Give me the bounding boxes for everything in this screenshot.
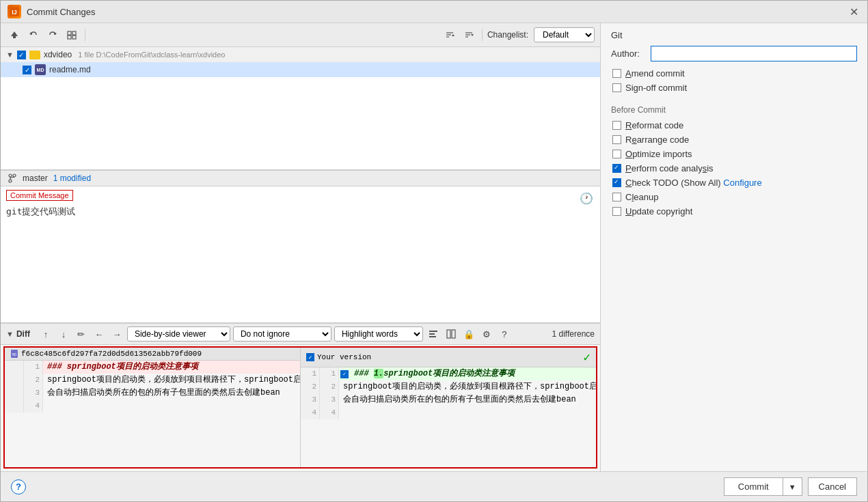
author-row: Author: — [611, 46, 857, 61]
file-label-0: readme.md — [49, 65, 91, 74]
main-content: Changelist: Default ▼ ✓ xdvideo 1 file D… — [1, 23, 867, 471]
top-toolbar: Changelist: Default — [1, 23, 600, 47]
right-panel: Git Author: Amend commit Sign-off commit… — [601, 23, 867, 471]
highlight-dropdown[interactable]: Highlight words Highlight lines Do not h… — [334, 326, 423, 341]
changelist-label: Changelist: — [487, 30, 528, 40]
root-label: xdvideo — [44, 50, 72, 59]
svg-rect-3 — [13, 36, 16, 38]
commit-button-group: Commit ▼ — [724, 477, 802, 496]
collapse-icon[interactable]: ▼ — [6, 51, 14, 59]
diff-left-body[interactable]: 1 ### springboot项目的启动类注意事项 2 springboot项… — [5, 361, 300, 467]
diff-panel-wrapper: MD f6c8c485c6fd297fa72d0d5d613562abb79fd… — [3, 346, 597, 469]
svg-rect-24 — [429, 336, 436, 337]
diff-align-btn[interactable] — [426, 326, 441, 341]
file-checkbox-0[interactable]: ✓ — [23, 66, 31, 74]
perform-label: Perform code analysis — [625, 163, 714, 173]
amend-checkbox[interactable] — [612, 69, 621, 78]
sort-button[interactable] — [442, 27, 458, 43]
right-pane-checkbox[interactable]: ✓ — [306, 353, 314, 361]
reformat-label: Reformat code — [625, 120, 683, 130]
folder-icon — [29, 51, 40, 59]
move-up-button[interactable] — [6, 27, 23, 43]
diff-right-pane: ✓ Your version ✓ 1 1 — [300, 348, 596, 467]
clock-icon: 🕐 — [580, 192, 593, 205]
diff-right-line-2: 2 2 springboot项目的启动类，必须放到项目根路径下，springbo… — [301, 380, 596, 393]
checktodo-label: Check TODO (Show All) Configure — [625, 178, 762, 188]
git-section-title: Git — [611, 30, 857, 40]
toolbar-sep-1 — [85, 29, 85, 41]
file-icon-small: MD — [10, 350, 18, 358]
optimize-checkbox[interactable] — [612, 150, 621, 158]
undo-button[interactable] — [25, 27, 42, 43]
copyright-checkbox[interactable] — [612, 207, 621, 216]
root-checkbox[interactable]: ✓ — [17, 51, 26, 59]
configure-link[interactable]: Configure — [723, 178, 761, 188]
diff-help-btn[interactable]: ? — [497, 326, 512, 341]
diff-right-version: Your version — [317, 353, 371, 361]
diff-back-btn[interactable]: ← — [92, 326, 107, 341]
diff-down-btn[interactable]: ↓ — [56, 326, 71, 341]
signoff-label: Sign-off commit — [625, 83, 687, 93]
checktodo-checkbox[interactable] — [612, 178, 621, 187]
diff-left-line-3: 3 会自动扫描启动类所在的包的所有子包里面的类然后去创建bean — [5, 387, 300, 400]
branch-icon — [8, 173, 17, 183]
bottom-bar: ? Commit ▼ Cancel — [1, 471, 867, 501]
redo-button[interactable] — [44, 27, 61, 43]
window-title: Commit Changes — [27, 7, 95, 17]
diff-right-body[interactable]: 1 1 ✓ ### 1.springboot项目的启动类注意事项 2 2 — [301, 367, 596, 467]
diff-settings-btn[interactable]: ⚙ — [479, 326, 494, 341]
perform-checkbox[interactable] — [612, 164, 621, 173]
modified-count: 1 modified — [53, 173, 91, 183]
ignore-dropdown[interactable]: Do not ignore Ignore whitespace — [233, 326, 331, 341]
cancel-button[interactable]: Cancel — [808, 477, 857, 496]
close-button[interactable]: ✕ — [847, 5, 860, 18]
right-check-icon: ✓ — [583, 350, 591, 365]
svg-rect-7 — [72, 31, 76, 35]
diff-collapse-icon[interactable]: ▼ — [6, 330, 14, 338]
copyright-row: Update copyright — [611, 206, 857, 217]
diff-cols-btn[interactable] — [444, 326, 459, 341]
commit-message-textarea[interactable]: git提交代码测试 — [1, 186, 600, 322]
author-input[interactable] — [651, 46, 857, 61]
group-button[interactable] — [64, 27, 80, 43]
diff-left-header: MD f6c8c485c6fd297fa72d0d5d613562abb79fd… — [5, 348, 300, 361]
diff-fwd-btn[interactable]: → — [109, 326, 124, 341]
svg-rect-9 — [72, 36, 76, 39]
diff-right-line-1: 1 1 ✓ ### 1.springboot项目的启动类注意事项 — [301, 367, 596, 380]
reformat-checkbox[interactable] — [612, 121, 621, 130]
rearrange-checkbox[interactable] — [612, 135, 621, 144]
diff-count: 1 difference — [552, 329, 595, 339]
diff-up-btn[interactable]: ↑ — [38, 326, 53, 341]
line-checkbox[interactable]: ✓ — [340, 370, 349, 378]
root-meta: 1 file D:\CodeFromGit\xdclass-learn\xdvi… — [78, 51, 225, 59]
svg-marker-13 — [452, 34, 455, 36]
signoff-checkbox[interactable] — [612, 83, 621, 92]
diff-edit-btn[interactable]: ✏ — [74, 326, 89, 341]
diff-left-line-1: 1 ### springboot项目的启动类注意事项 — [5, 361, 300, 374]
file-item-0[interactable]: ✓ MD readme.md — [1, 62, 600, 77]
checktodo-row: Check TODO (Show All) Configure — [611, 178, 857, 188]
help-button[interactable]: ? — [11, 479, 26, 494]
author-label: Author: — [611, 48, 645, 59]
signoff-row: Sign-off commit — [611, 83, 857, 93]
svg-text:MD: MD — [12, 353, 16, 357]
diff-right-line-3: 3 3 会自动扫描启动类所在的包的所有子包里面的类然后去创建bean — [301, 393, 596, 406]
cleanup-checkbox[interactable] — [612, 193, 621, 201]
tree-root-item[interactable]: ▼ ✓ xdvideo 1 file D:\CodeFromGit\xdclas… — [1, 47, 600, 62]
optimize-row: Optimize imports — [611, 149, 857, 159]
svg-rect-8 — [68, 36, 71, 39]
sort2-button[interactable] — [461, 27, 477, 43]
changelist-dropdown[interactable]: Default — [534, 27, 595, 42]
svg-point-18 — [9, 174, 12, 177]
commit-button[interactable]: Commit — [724, 477, 783, 496]
amend-commit-row: Amend commit — [611, 68, 857, 79]
diff-lock-btn[interactable]: 🔒 — [461, 326, 476, 341]
svg-marker-17 — [471, 34, 474, 36]
commit-dropdown-arrow[interactable]: ▼ — [783, 477, 802, 496]
viewer-dropdown[interactable]: Side-by-side viewer Unified viewer — [127, 326, 230, 341]
status-bar: master 1 modified — [1, 170, 600, 186]
md-icon: MD — [35, 64, 46, 75]
svg-point-20 — [13, 174, 16, 177]
commit-message-area: Commit Message 🕐 git提交代码测试 — [1, 186, 600, 323]
svg-rect-26 — [452, 330, 455, 338]
